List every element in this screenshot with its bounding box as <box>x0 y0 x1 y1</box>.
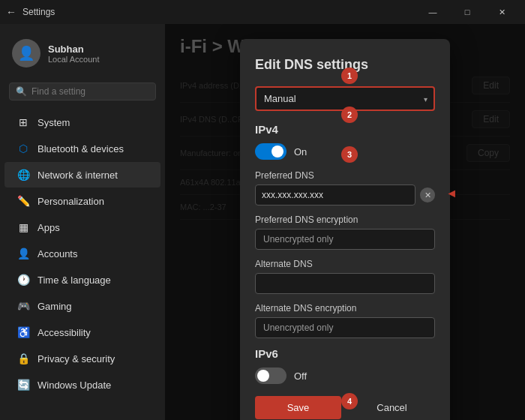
avatar: 👤 <box>12 39 40 68</box>
system-icon: ⊞ <box>16 116 30 129</box>
user-info: Subhan Local Account <box>48 44 100 64</box>
sidebar-item-system[interactable]: ⊞ System <box>4 110 160 135</box>
ipv6-toggle-row: Off <box>255 368 435 384</box>
user-account-type: Local Account <box>48 55 100 64</box>
sidebar-item-label: Accessibility <box>38 327 91 338</box>
sidebar-item-label: Gaming <box>38 301 72 312</box>
sidebar-item-gaming[interactable]: 🎮 Gaming <box>4 293 160 319</box>
maximize-button[interactable]: □ <box>450 0 484 24</box>
step-badge-3: 3 <box>341 146 358 163</box>
user-name: Subhan <box>48 44 100 55</box>
alternate-dns-encryption-label: Alternate DNS encryption <box>255 303 435 314</box>
close-button[interactable]: ✕ <box>484 0 519 24</box>
step-badge-2: 2 <box>341 106 358 123</box>
sidebar-item-label: Bluetooth & devices <box>38 143 124 154</box>
gaming-icon: 🎮 <box>16 299 30 313</box>
clear-dns-button[interactable]: ✕ <box>420 188 435 202</box>
time-icon: 🕐 <box>16 273 30 286</box>
user-section: 👤 Subhan Local Account <box>0 33 165 80</box>
alternate-dns-row <box>255 273 435 294</box>
edit-dns-dialog: Edit DNS settings Manual Automatic (DHCP… <box>240 39 450 420</box>
preferred-dns-row: ◄ ✕ <box>255 184 435 206</box>
sidebar-item-accounts[interactable]: 👤 Accounts <box>4 241 160 266</box>
sidebar-item-label: Personalization <box>38 196 104 207</box>
sidebar-item-label: Privacy & security <box>38 353 115 364</box>
cancel-button[interactable]: Cancel <box>349 396 435 419</box>
alternate-dns-encryption-select[interactable]: Unencrypted only <box>255 317 435 338</box>
search-box[interactable]: 🔍 <box>9 82 156 100</box>
ipv6-toggle-label: Off <box>294 370 307 382</box>
step-badge-1: 1 <box>341 68 358 84</box>
sidebar-item-label: Apps <box>38 222 60 233</box>
alternate-dns-input[interactable] <box>255 273 435 294</box>
sidebar-item-label: Accounts <box>38 248 77 260</box>
sidebar-item-privacy[interactable]: 🔒 Privacy & security <box>4 346 160 371</box>
preferred-dns-label: Preferred DNS <box>255 170 435 181</box>
ipv4-section-label: IPv4 <box>255 123 435 136</box>
ipv6-toggle[interactable] <box>255 368 286 384</box>
sidebar-item-label: Time & language <box>38 274 111 286</box>
titlebar: ← Settings — □ ✕ <box>0 0 525 24</box>
ipv4-toggle[interactable] <box>255 143 286 160</box>
toggle-knob <box>272 146 284 158</box>
save-button[interactable]: Save <box>255 396 341 419</box>
back-icon[interactable]: ← <box>6 6 16 18</box>
step-badge-4: 4 <box>341 393 358 410</box>
accounts-icon: 👤 <box>16 247 30 260</box>
ipv6-toggle-knob <box>257 370 269 382</box>
titlebar-title: Settings <box>22 7 55 17</box>
search-icon: 🔍 <box>16 86 27 97</box>
sidebar-item-bluetooth[interactable]: ⬡ Bluetooth & devices <box>4 136 160 161</box>
sidebar-item-accessibility[interactable]: ♿ Accessibility <box>4 320 160 345</box>
sidebar-item-label: Network & internet <box>38 170 118 181</box>
sidebar-item-windows-update[interactable]: 🔄 Windows Update <box>4 372 160 398</box>
titlebar-left: ← Settings <box>6 6 55 18</box>
sidebar-item-network[interactable]: 🌐 Network & internet <box>4 162 160 188</box>
arrow-3-indicator: ◄ <box>446 187 458 200</box>
app-container: 👤 Subhan Local Account 🔍 ⊞ System ⬡ Blue… <box>0 24 525 420</box>
search-input[interactable] <box>32 86 149 97</box>
apps-icon: ▦ <box>16 220 30 234</box>
ipv4-toggle-label: On <box>294 146 307 158</box>
ipv6-section-label: IPv6 <box>255 347 435 360</box>
titlebar-controls: — □ ✕ <box>416 0 519 24</box>
privacy-icon: 🔒 <box>16 352 30 365</box>
sidebar-item-personalization[interactable]: ✏️ Personalization <box>4 188 160 214</box>
sidebar: 👤 Subhan Local Account 🔍 ⊞ System ⬡ Blue… <box>0 24 165 420</box>
accessibility-icon: ♿ <box>16 326 30 339</box>
sidebar-item-time[interactable]: 🕐 Time & language <box>4 267 160 292</box>
sidebar-item-label: System <box>38 117 70 128</box>
update-icon: 🔄 <box>16 378 30 392</box>
preferred-dns-encryption-select[interactable]: Unencrypted only <box>255 229 435 250</box>
alternate-dns-label: Alternate DNS <box>255 259 435 269</box>
network-icon: 🌐 <box>16 168 30 182</box>
sidebar-item-label: Windows Update <box>38 380 111 391</box>
main-content: i-Fi > Wi-Fi IPv4 address (D..CP) Edit I… <box>165 24 525 420</box>
bluetooth-icon: ⬡ <box>16 142 30 155</box>
minimize-button[interactable]: — <box>416 0 450 24</box>
sidebar-item-apps[interactable]: ▦ Apps <box>4 214 160 240</box>
preferred-dns-input[interactable] <box>255 184 416 206</box>
preferred-dns-encryption-label: Preferred DNS encryption <box>255 214 435 225</box>
personalization-icon: ✏️ <box>16 194 30 208</box>
